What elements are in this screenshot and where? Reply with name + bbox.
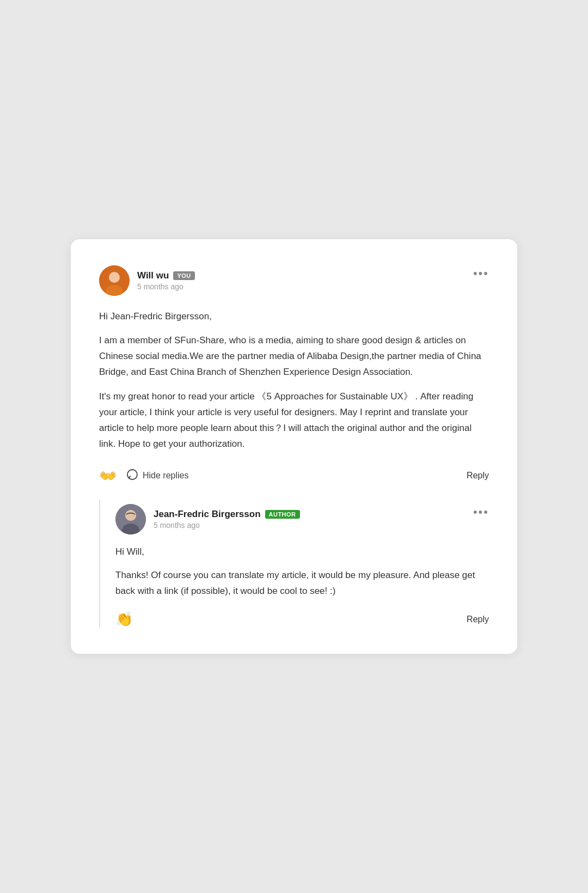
reply-comment-header: Jean-Fredric Birgersson AUTHOR 5 months … [115,504,489,534]
speech-bubble-icon [126,469,138,483]
reply-author-name: Jean-Fredric Birgersson [154,509,261,520]
main-author-name-row: Will wu YOU [137,270,195,281]
main-author-name: Will wu [137,270,169,281]
svg-point-3 [109,272,119,282]
main-comment-p2: I am a member of SFun-Share, who is a me… [99,333,489,380]
main-comment-time: 5 months ago [137,282,195,291]
main-more-options-button[interactable]: ••• [473,265,489,280]
reply-author-name-row: Jean-Fredric Birgersson AUTHOR [154,509,300,520]
reply-comment-p2: Thanks! Of course you can translate my a… [115,568,489,599]
main-author-row: Will wu YOU 5 months ago [99,265,195,296]
hide-replies-label: Hide replies [143,471,188,481]
reply-reply-button[interactable]: Reply [467,615,489,624]
reply-avatar [115,504,146,534]
reply-author-badge: AUTHOR [265,510,300,519]
main-actions-left: 👐 Hide replies [99,467,188,484]
main-comment-p1: Hi Jean-Fredric Birgersson, [99,309,489,325]
comment-card: Will wu YOU 5 months ago ••• Hi Jean-Fre… [71,239,517,654]
reply-comment-time: 5 months ago [154,521,300,530]
main-author-info: Will wu YOU 5 months ago [137,270,195,291]
reply-avatar-image [115,504,146,534]
main-comment-body: Hi Jean-Fredric Birgersson, I am a membe… [99,309,489,452]
reply-clap-icon[interactable]: 👏 [115,611,133,628]
replies-section: Jean-Fredric Birgersson AUTHOR 5 months … [99,500,489,628]
main-author-badge: YOU [173,271,194,280]
reply-comment-actions: 👏 Reply [115,611,489,628]
main-comment-p3: It's my great honor to read your article… [99,389,489,452]
main-comment-header: Will wu YOU 5 months ago ••• [99,265,489,296]
svg-point-8 [126,511,136,520]
hide-replies-button[interactable]: Hide replies [126,469,188,483]
main-comment-actions: 👐 Hide replies Reply [99,467,489,484]
reply-author-row: Jean-Fredric Birgersson AUTHOR 5 months … [115,504,300,534]
reply-author-info: Jean-Fredric Birgersson AUTHOR 5 months … [154,509,300,530]
main-avatar-image [99,265,130,296]
main-reply-button[interactable]: Reply [467,471,489,481]
main-clap-icon[interactable]: 👐 [99,467,117,484]
main-avatar [99,265,130,296]
reply-comment-body: Hi Will, Thanks! Of course you can trans… [115,544,489,599]
reply-more-options-button[interactable]: ••• [473,504,489,518]
reply-comment: Jean-Fredric Birgersson AUTHOR 5 months … [115,500,489,628]
reply-comment-p1: Hi Will, [115,544,489,560]
